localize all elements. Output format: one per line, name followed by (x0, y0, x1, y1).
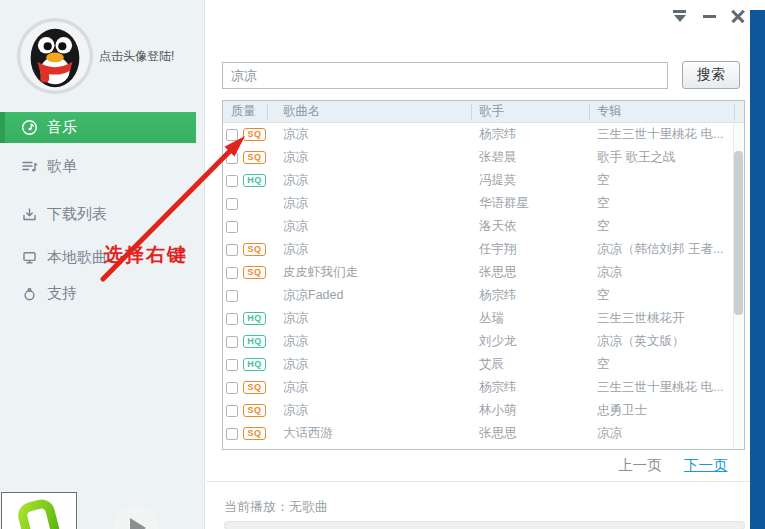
quality-cell (223, 289, 275, 302)
singer-cell: 杨宗纬 (471, 126, 589, 143)
quality-badge: SQ (243, 427, 266, 440)
table-row[interactable]: SQ凉凉杨宗纬三生三世十里桃花 电... (223, 376, 744, 399)
singer-cell: 冯提莫 (471, 172, 589, 189)
minimize-button[interactable] (701, 7, 719, 25)
album-cell: 空 (589, 172, 744, 189)
quality-cell: SQ (223, 381, 275, 394)
album-cell: 凉凉（韩信刘邦 王者... (589, 241, 744, 258)
chevron-down-icon (674, 15, 686, 22)
row-checkbox[interactable] (226, 336, 238, 348)
row-checkbox[interactable] (226, 313, 238, 325)
download-tray-icon (21, 206, 38, 223)
album-cell: 忠勇卫士 (589, 402, 744, 419)
table-header: 质量歌曲名歌手专辑 (223, 101, 744, 123)
annotation-text: 选择右键 (104, 242, 188, 268)
quality-badge-empty (243, 289, 266, 302)
table-row[interactable]: SQ皮皮虾我们走张思思凉凉 (223, 261, 744, 284)
song-cell: 凉凉Faded (275, 287, 471, 304)
album-cell: 空 (589, 287, 744, 304)
row-checkbox[interactable] (226, 129, 238, 141)
song-cell: 凉凉 (275, 241, 471, 258)
sidebar-item-label: 本地歌曲 (47, 248, 107, 267)
qq-avatar[interactable] (16, 17, 94, 95)
sidebar-item-download[interactable]: 下载列表 (0, 199, 205, 230)
singer-cell: 杨宗纬 (471, 287, 589, 304)
table-body: SQ凉凉杨宗纬三生三世十里桃花 电...SQ凉凉张碧晨歌手 歌王之战HQ凉凉冯提… (223, 123, 744, 445)
row-checkbox[interactable] (226, 359, 238, 371)
quality-badge: SQ (243, 243, 266, 256)
monitor-icon (21, 249, 38, 266)
quality-cell: HQ (223, 358, 275, 371)
quality-cell: SQ (223, 427, 275, 440)
song-cell: 凉凉 (275, 195, 471, 212)
song-cell: 凉凉 (275, 333, 471, 350)
album-cell: 凉凉 (589, 264, 744, 281)
table-row[interactable]: SQ凉凉林小萌忠勇卫士 (223, 399, 744, 422)
table-row[interactable]: 凉凉Faded杨宗纬空 (223, 284, 744, 307)
sidebar-item-playlist[interactable]: 歌单 (0, 151, 205, 182)
quality-cell: SQ (223, 266, 275, 279)
quality-badge-empty (243, 220, 266, 233)
song-cell: 凉凉 (275, 402, 471, 419)
skin-menu-button[interactable] (671, 7, 689, 25)
table-row[interactable]: 凉凉华语群星空 (223, 192, 744, 215)
singer-cell: 洛天依 (471, 218, 589, 235)
quality-cell: HQ (223, 335, 275, 348)
player-divider (206, 481, 750, 482)
singer-cell: 张思思 (471, 425, 589, 442)
login-text[interactable]: 点击头像登陆! (99, 48, 174, 65)
donate-pouch-icon (21, 285, 38, 302)
app-logo-icon (2, 493, 76, 529)
row-checkbox[interactable] (226, 405, 238, 417)
album-cell: 凉凉（英文版） (589, 333, 744, 350)
singer-cell: 丛瑞 (471, 310, 589, 327)
row-checkbox[interactable] (226, 267, 238, 279)
song-cell: 皮皮虾我们走 (275, 264, 471, 281)
song-cell: 凉凉 (275, 310, 471, 327)
table-row[interactable]: SQ大话西游张思思凉凉 (223, 422, 744, 445)
sidebar-item-support[interactable]: 支持 (0, 278, 205, 309)
singer-cell: 杨宗纬 (471, 379, 589, 396)
close-button[interactable] (729, 7, 747, 25)
sidebar-item-label: 下载列表 (47, 205, 107, 224)
playback-progress-bar[interactable] (224, 521, 745, 529)
table-scrollbar[interactable] (733, 123, 744, 449)
table-row[interactable]: HQ凉凉丛瑞三生三世桃花开 (223, 307, 744, 330)
quality-badge: SQ (243, 404, 266, 417)
search-input[interactable] (222, 62, 668, 89)
album-cell: 三生三世十里桃花 电... (589, 379, 744, 396)
sidebar-item-music[interactable]: 音乐 (0, 112, 196, 143)
row-checkbox[interactable] (226, 382, 238, 394)
quality-badge: SQ (243, 151, 266, 164)
sidebar-item-label: 音乐 (47, 118, 77, 137)
prev-page-link[interactable]: 上一页 (618, 456, 662, 475)
quality-cell (223, 197, 275, 210)
row-checkbox[interactable] (226, 221, 238, 233)
search-button[interactable]: 搜索 (682, 61, 740, 89)
quality-cell: SQ (223, 404, 275, 417)
row-checkbox[interactable] (226, 244, 238, 256)
table-row[interactable]: SQ凉凉张碧晨歌手 歌王之战 (223, 146, 744, 169)
table-row[interactable]: HQ凉凉艾辰空 (223, 353, 744, 376)
table-row[interactable]: SQ凉凉杨宗纬三生三世十里桃花 电... (223, 123, 744, 146)
singer-cell: 林小萌 (471, 402, 589, 419)
album-cell: 三生三世桃花开 (589, 310, 744, 327)
table-row[interactable]: 凉凉洛天依空 (223, 215, 744, 238)
row-checkbox[interactable] (226, 152, 238, 164)
singer-cell: 刘少龙 (471, 333, 589, 350)
column-header: 专辑 (589, 103, 744, 120)
table-row[interactable]: HQ凉凉刘少龙凉凉（英文版） (223, 330, 744, 353)
header-separator (734, 104, 735, 120)
row-checkbox[interactable] (226, 175, 238, 187)
next-page-link[interactable]: 下一页 (684, 456, 728, 475)
row-checkbox[interactable] (226, 290, 238, 302)
table-row[interactable]: HQ凉凉冯提莫空 (223, 169, 744, 192)
album-cell: 空 (589, 195, 744, 212)
singer-cell: 张碧晨 (471, 149, 589, 166)
row-checkbox[interactable] (226, 198, 238, 210)
table-row[interactable]: SQ凉凉任宇翔凉凉（韩信刘邦 王者... (223, 238, 744, 261)
scrollbar-thumb[interactable] (734, 151, 743, 315)
row-checkbox[interactable] (226, 428, 238, 440)
album-cell: 空 (589, 356, 744, 373)
play-button[interactable] (113, 505, 159, 529)
